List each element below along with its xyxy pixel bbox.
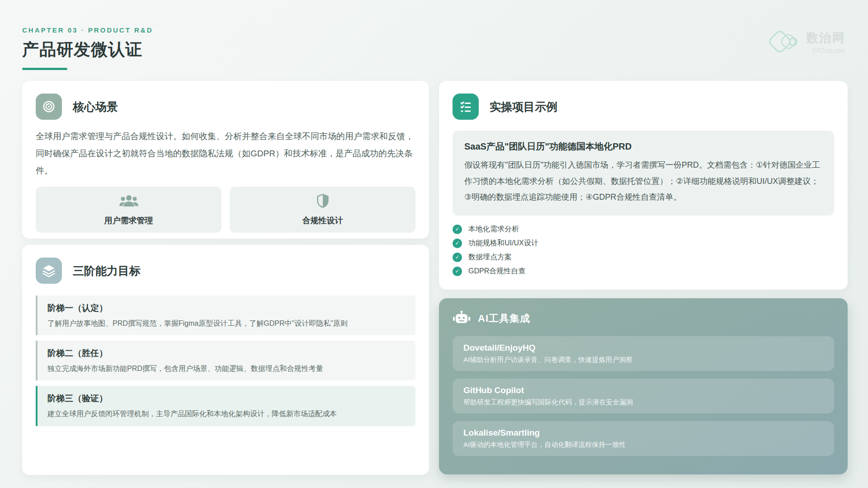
ai-tool-item: Lokalise/Smartling AI驱动的本地化管理平台，自动化翻译流程保… [453, 421, 834, 456]
capability-goals-title: 三阶能力目标 [73, 263, 141, 278]
left-column: 核心场景 全球用户需求管理与产品合规性设计。如何收集、分析并整合来自全球不同市场… [22, 81, 429, 475]
robot-icon [453, 310, 471, 327]
tier-title: 阶梯一（认定） [47, 302, 406, 314]
check-circle-icon: ✓ [453, 267, 462, 276]
core-scenario-title: 核心场景 [73, 99, 118, 114]
check-circle-icon: ✓ [453, 225, 462, 234]
tier-description: 独立完成海外市场新功能PRD撰写，包含用户场景、功能逻辑、数据埋点和合规性考量 [47, 363, 406, 374]
ai-tool-description: AI辅助分析用户访谈录音、问卷调查，快速提炼用户洞察 [463, 356, 823, 364]
page-title: 产品研发微认证 [22, 38, 848, 61]
right-column: 实操项目示例 SaaS产品"团队日历"功能德国本地化PRD 假设将现有"团队日历… [439, 81, 848, 475]
layers-icon [36, 258, 62, 284]
deliverable-label: 数据埋点方案 [468, 253, 512, 262]
tier-item-3: 阶梯三（验证） 建立全球用户反馈闭环管理机制，主导产品国际化和本地化架构设计，降… [36, 386, 415, 426]
deliverables-list: ✓ 本地化需求分析 ✓ 功能规格和UI/UX设计 ✓ 数据埋点方案 ✓ GDPR… [453, 225, 834, 276]
tag-label: 合规性设计 [302, 215, 343, 226]
tag-label: 用户需求管理 [104, 215, 153, 226]
deliverable-item: ✓ 数据埋点方案 [453, 253, 834, 262]
tier-item-1: 阶梯一（认定） 了解用户故事地图、PRD撰写规范，掌握Figma原型设计工具，了… [36, 296, 415, 335]
ai-tool-item: Dovetail/EnjoyHQ AI辅助分析用户访谈录音、问卷调查，快速提炼用… [453, 336, 834, 371]
ai-tools-header: AI工具集成 [453, 310, 834, 327]
brand-logo-icon [770, 28, 802, 56]
tier-description: 建立全球用户反馈闭环管理机制，主导产品国际化和本地化架构设计，降低新市场适配成本 [47, 408, 406, 419]
practice-project-title: 实操项目示例 [490, 99, 557, 114]
ai-tool-item: GitHub Copilot 帮助研发工程师更快编写国际化代码，提示潜在安全漏洞 [453, 379, 834, 413]
check-circle-icon: ✓ [453, 253, 462, 262]
deliverable-label: 功能规格和UI/UX设计 [468, 239, 538, 248]
project-name: SaaS产品"团队日历"功能德国本地化PRD [464, 141, 822, 153]
ai-tool-name: Lokalise/Smartling [463, 428, 823, 438]
tier-list: 阶梯一（认定） 了解用户故事地图、PRD撰写规范，掌握Figma原型设计工具，了… [36, 296, 415, 426]
ai-tool-name: GitHub Copilot [463, 385, 823, 395]
brand-domain: DTZed.com [806, 47, 845, 54]
brand-name: 数治网 [806, 30, 845, 46]
tier-title: 阶梯三（验证） [47, 393, 406, 404]
chapter-eyebrow: CHAPTER 03 · PRODUCT R&D [22, 26, 848, 34]
deliverable-item: ✓ 功能规格和UI/UX设计 [453, 239, 834, 248]
capability-goals-card: 三阶能力目标 阶梯一（认定） 了解用户故事地图、PRD撰写规范，掌握Figma原… [22, 245, 429, 475]
deliverable-item: ✓ GDPR合规性自查 [453, 267, 834, 276]
ai-tools-panel: AI工具集成 Dovetail/EnjoyHQ AI辅助分析用户访谈录音、问卷调… [439, 298, 848, 474]
core-scenario-card: 核心场景 全球用户需求管理与产品合规性设计。如何收集、分析并整合来自全球不同市场… [22, 81, 429, 239]
brand-logo: 数治网 DTZed.com [770, 28, 845, 56]
brand-text: 数治网 DTZed.com [806, 30, 845, 54]
project-brief: SaaS产品"团队日历"功能德国本地化PRD 假设将现有"团队日历"功能引入德国… [453, 131, 834, 216]
slide: CHAPTER 03 · PRODUCT R&D 产品研发微认证 数治网 DTZ… [0, 0, 868, 488]
deliverable-label: 本地化需求分析 [468, 225, 519, 234]
ai-tools-title: AI工具集成 [478, 312, 530, 325]
practice-project-card: 实操项目示例 SaaS产品"团队日历"功能德国本地化PRD 假设将现有"团队日历… [439, 81, 848, 290]
tier-title: 阶梯二（胜任） [47, 347, 406, 359]
practice-project-header: 实操项目示例 [453, 94, 834, 120]
content-columns: 核心场景 全球用户需求管理与产品合规性设计。如何收集、分析并整合来自全球不同市场… [22, 81, 848, 475]
ai-tools-list: Dovetail/EnjoyHQ AI辅助分析用户访谈录音、问卷调查，快速提炼用… [453, 336, 834, 456]
core-scenario-description: 全球用户需求管理与产品合规性设计。如何收集、分析并整合来自全球不同市场的用户需求… [36, 128, 415, 179]
project-description: 假设将现有"团队日历"功能引入德国市场，学习者需撰写一份PRD。文档需包含：①针… [464, 157, 822, 206]
tier-item-2: 阶梯二（胜任） 独立完成海外市场新功能PRD撰写，包含用户场景、功能逻辑、数据埋… [36, 341, 415, 380]
check-circle-icon: ✓ [453, 239, 462, 248]
checklist-icon [453, 94, 479, 120]
title-underline [22, 68, 67, 70]
shield-icon [316, 194, 329, 210]
users-icon [118, 194, 139, 210]
deliverable-item: ✓ 本地化需求分析 [453, 225, 834, 234]
target-icon [36, 94, 62, 120]
ai-tool-description: 帮助研发工程师更快编写国际化代码，提示潜在安全漏洞 [463, 398, 823, 407]
tag-compliance-design: 合规性设计 [230, 187, 415, 233]
tier-description: 了解用户故事地图、PRD撰写规范，掌握Figma原型设计工具，了解GDPR中"设… [47, 318, 406, 328]
capability-goals-header: 三阶能力目标 [36, 258, 415, 284]
core-scenario-tags: 用户需求管理 合规性设计 [36, 187, 415, 233]
deliverable-label: GDPR合规性自查 [468, 267, 525, 276]
ai-tool-name: Dovetail/EnjoyHQ [463, 343, 823, 353]
header: CHAPTER 03 · PRODUCT R&D 产品研发微认证 [22, 26, 848, 70]
core-scenario-header: 核心场景 [36, 94, 415, 120]
tag-user-needs: 用户需求管理 [36, 187, 222, 233]
ai-tool-description: AI驱动的本地化管理平台，自动化翻译流程保持一致性 [463, 441, 823, 449]
